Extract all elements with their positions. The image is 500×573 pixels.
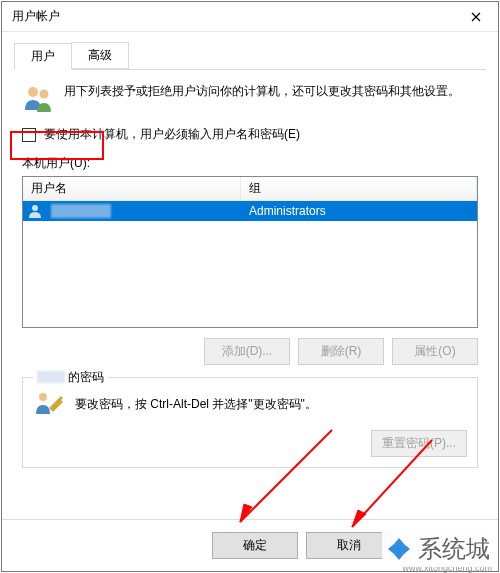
watermark-text: 系统城 (418, 533, 490, 565)
require-password-row[interactable]: 要使用本计算机，用户必须输入用户名和密码(E) (16, 122, 486, 147)
users-icon (22, 82, 54, 114)
listview-header: 用户名 组 (23, 177, 477, 201)
close-button[interactable] (453, 2, 498, 31)
require-password-checkbox[interactable] (22, 128, 36, 142)
watermark: 系统城 (382, 531, 494, 567)
window-title: 用户帐户 (12, 8, 60, 25)
table-row[interactable]: Administrators (23, 201, 477, 221)
users-list-label: 本机用户(U): (14, 147, 486, 176)
cell-group: Administrators (241, 204, 477, 218)
tab-advanced[interactable]: 高级 (71, 42, 129, 69)
reset-password-button: 重置密码(P)... (371, 430, 467, 457)
dialog-window: 用户帐户 用户 高级 用下列表授予或拒绝用户访问你的计算机，还可以更改其密码和其… (1, 1, 499, 572)
add-button: 添加(D)... (204, 338, 290, 365)
titlebar: 用户帐户 (2, 2, 498, 32)
ok-button[interactable]: 确定 (212, 532, 298, 559)
cancel-button[interactable]: 取消 (306, 532, 392, 559)
require-password-label: 要使用本计算机，用户必须输入用户名和密码(E) (44, 126, 300, 143)
description-row: 用下列表授予或拒绝用户访问你的计算机，还可以更改其密码和其他设置。 (14, 70, 486, 122)
remove-button: 删除(R) (298, 338, 384, 365)
key-icon (33, 388, 65, 420)
password-groupbox-title: 的密码 (33, 369, 108, 386)
password-groupbox: 的密码 要改密码，按 Ctrl-Alt-Del 并选择"更改密码"。 重置密码(… (22, 377, 478, 468)
column-username[interactable]: 用户名 (23, 177, 241, 200)
column-group[interactable]: 组 (241, 177, 477, 200)
password-text: 要改密码，按 Ctrl-Alt-Del 并选择"更改密码"。 (75, 396, 317, 413)
svg-point-0 (28, 87, 38, 97)
description-text: 用下列表授予或拒绝用户访问你的计算机，还可以更改其密码和其他设置。 (64, 82, 460, 100)
svg-point-1 (40, 90, 49, 99)
users-listview[interactable]: 用户名 组 Administrators (22, 176, 478, 328)
cell-username (23, 203, 241, 219)
properties-button: 属性(O) (392, 338, 478, 365)
svg-point-3 (39, 393, 47, 401)
user-icon (27, 203, 43, 219)
tab-users[interactable]: 用户 (14, 43, 72, 70)
content-area: 用户 高级 用下列表授予或拒绝用户访问你的计算机，还可以更改其密码和其他设置。 … (2, 32, 498, 468)
tab-strip: 用户 高级 (14, 42, 486, 70)
watermark-logo-icon (386, 536, 412, 562)
svg-point-2 (32, 205, 38, 211)
